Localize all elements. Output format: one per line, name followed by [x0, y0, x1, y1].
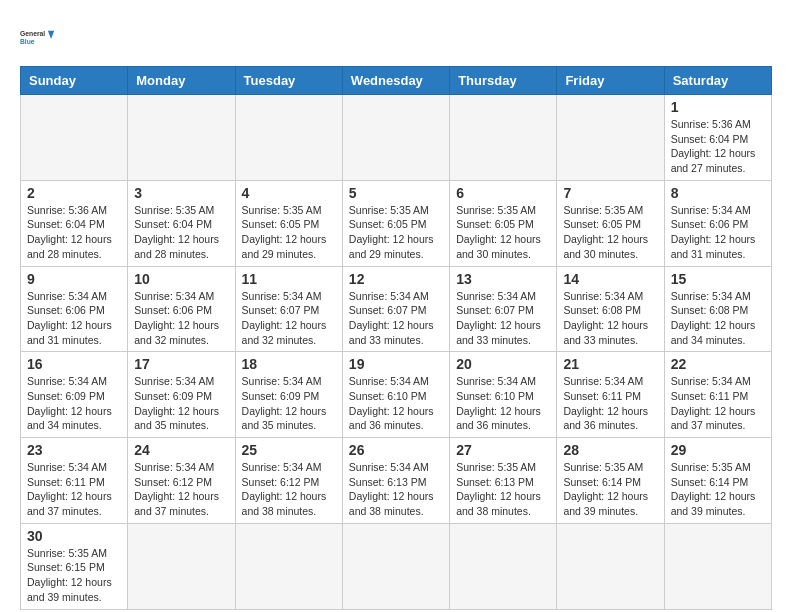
day-number: 28	[563, 442, 657, 458]
calendar-cell: 6Sunrise: 5:35 AM Sunset: 6:05 PM Daylig…	[450, 180, 557, 266]
calendar-cell: 11Sunrise: 5:34 AM Sunset: 6:07 PM Dayli…	[235, 266, 342, 352]
logo: GeneralBlue	[20, 20, 56, 56]
day-info: Sunrise: 5:34 AM Sunset: 6:08 PM Dayligh…	[563, 289, 657, 348]
calendar-cell: 17Sunrise: 5:34 AM Sunset: 6:09 PM Dayli…	[128, 352, 235, 438]
calendar-cell	[235, 95, 342, 181]
weekday-header-tuesday: Tuesday	[235, 67, 342, 95]
calendar-week-row: 1Sunrise: 5:36 AM Sunset: 6:04 PM Daylig…	[21, 95, 772, 181]
calendar-cell: 16Sunrise: 5:34 AM Sunset: 6:09 PM Dayli…	[21, 352, 128, 438]
weekday-header-monday: Monday	[128, 67, 235, 95]
calendar-cell: 18Sunrise: 5:34 AM Sunset: 6:09 PM Dayli…	[235, 352, 342, 438]
calendar-cell: 30Sunrise: 5:35 AM Sunset: 6:15 PM Dayli…	[21, 523, 128, 609]
calendar-cell: 15Sunrise: 5:34 AM Sunset: 6:08 PM Dayli…	[664, 266, 771, 352]
calendar-cell	[128, 523, 235, 609]
calendar-cell: 3Sunrise: 5:35 AM Sunset: 6:04 PM Daylig…	[128, 180, 235, 266]
day-number: 8	[671, 185, 765, 201]
day-number: 25	[242, 442, 336, 458]
day-info: Sunrise: 5:35 AM Sunset: 6:15 PM Dayligh…	[27, 546, 121, 605]
calendar-cell: 22Sunrise: 5:34 AM Sunset: 6:11 PM Dayli…	[664, 352, 771, 438]
calendar-cell: 20Sunrise: 5:34 AM Sunset: 6:10 PM Dayli…	[450, 352, 557, 438]
generalblue-logo-icon: GeneralBlue	[20, 20, 56, 56]
calendar-cell: 5Sunrise: 5:35 AM Sunset: 6:05 PM Daylig…	[342, 180, 449, 266]
calendar-cell: 27Sunrise: 5:35 AM Sunset: 6:13 PM Dayli…	[450, 438, 557, 524]
day-number: 21	[563, 356, 657, 372]
day-number: 5	[349, 185, 443, 201]
day-info: Sunrise: 5:35 AM Sunset: 6:04 PM Dayligh…	[134, 203, 228, 262]
day-info: Sunrise: 5:34 AM Sunset: 6:12 PM Dayligh…	[134, 460, 228, 519]
svg-text:General: General	[20, 30, 45, 37]
calendar-cell	[128, 95, 235, 181]
day-number: 7	[563, 185, 657, 201]
weekday-header-saturday: Saturday	[664, 67, 771, 95]
day-number: 12	[349, 271, 443, 287]
day-info: Sunrise: 5:35 AM Sunset: 6:13 PM Dayligh…	[456, 460, 550, 519]
calendar-cell: 24Sunrise: 5:34 AM Sunset: 6:12 PM Dayli…	[128, 438, 235, 524]
day-number: 13	[456, 271, 550, 287]
day-number: 30	[27, 528, 121, 544]
calendar-cell: 13Sunrise: 5:34 AM Sunset: 6:07 PM Dayli…	[450, 266, 557, 352]
day-info: Sunrise: 5:34 AM Sunset: 6:11 PM Dayligh…	[563, 374, 657, 433]
day-number: 1	[671, 99, 765, 115]
weekday-header-sunday: Sunday	[21, 67, 128, 95]
svg-marker-2	[48, 31, 54, 39]
calendar-cell	[342, 95, 449, 181]
calendar-cell: 19Sunrise: 5:34 AM Sunset: 6:10 PM Dayli…	[342, 352, 449, 438]
calendar-week-row: 23Sunrise: 5:34 AM Sunset: 6:11 PM Dayli…	[21, 438, 772, 524]
day-info: Sunrise: 5:34 AM Sunset: 6:09 PM Dayligh…	[242, 374, 336, 433]
calendar-cell	[450, 523, 557, 609]
day-info: Sunrise: 5:35 AM Sunset: 6:05 PM Dayligh…	[349, 203, 443, 262]
day-info: Sunrise: 5:34 AM Sunset: 6:08 PM Dayligh…	[671, 289, 765, 348]
day-number: 3	[134, 185, 228, 201]
day-info: Sunrise: 5:35 AM Sunset: 6:05 PM Dayligh…	[456, 203, 550, 262]
day-number: 26	[349, 442, 443, 458]
calendar-cell: 9Sunrise: 5:34 AM Sunset: 6:06 PM Daylig…	[21, 266, 128, 352]
calendar-cell: 1Sunrise: 5:36 AM Sunset: 6:04 PM Daylig…	[664, 95, 771, 181]
weekday-header-wednesday: Wednesday	[342, 67, 449, 95]
weekday-header-row: SundayMondayTuesdayWednesdayThursdayFrid…	[21, 67, 772, 95]
calendar-cell	[21, 95, 128, 181]
calendar-cell	[450, 95, 557, 181]
day-info: Sunrise: 5:34 AM Sunset: 6:09 PM Dayligh…	[134, 374, 228, 433]
day-number: 18	[242, 356, 336, 372]
calendar-cell: 26Sunrise: 5:34 AM Sunset: 6:13 PM Dayli…	[342, 438, 449, 524]
calendar-cell	[664, 523, 771, 609]
day-number: 23	[27, 442, 121, 458]
calendar-cell: 12Sunrise: 5:34 AM Sunset: 6:07 PM Dayli…	[342, 266, 449, 352]
calendar-cell: 2Sunrise: 5:36 AM Sunset: 6:04 PM Daylig…	[21, 180, 128, 266]
day-info: Sunrise: 5:34 AM Sunset: 6:09 PM Dayligh…	[27, 374, 121, 433]
day-info: Sunrise: 5:34 AM Sunset: 6:11 PM Dayligh…	[27, 460, 121, 519]
svg-text:Blue: Blue	[20, 38, 35, 45]
day-info: Sunrise: 5:36 AM Sunset: 6:04 PM Dayligh…	[671, 117, 765, 176]
day-info: Sunrise: 5:34 AM Sunset: 6:10 PM Dayligh…	[456, 374, 550, 433]
day-info: Sunrise: 5:34 AM Sunset: 6:07 PM Dayligh…	[349, 289, 443, 348]
day-number: 17	[134, 356, 228, 372]
day-info: Sunrise: 5:34 AM Sunset: 6:06 PM Dayligh…	[671, 203, 765, 262]
day-info: Sunrise: 5:35 AM Sunset: 6:05 PM Dayligh…	[563, 203, 657, 262]
calendar-week-row: 16Sunrise: 5:34 AM Sunset: 6:09 PM Dayli…	[21, 352, 772, 438]
day-number: 15	[671, 271, 765, 287]
day-number: 19	[349, 356, 443, 372]
calendar-cell	[235, 523, 342, 609]
calendar-cell: 23Sunrise: 5:34 AM Sunset: 6:11 PM Dayli…	[21, 438, 128, 524]
day-number: 9	[27, 271, 121, 287]
calendar-cell: 7Sunrise: 5:35 AM Sunset: 6:05 PM Daylig…	[557, 180, 664, 266]
weekday-header-friday: Friday	[557, 67, 664, 95]
day-info: Sunrise: 5:34 AM Sunset: 6:06 PM Dayligh…	[27, 289, 121, 348]
day-number: 16	[27, 356, 121, 372]
calendar-cell: 10Sunrise: 5:34 AM Sunset: 6:06 PM Dayli…	[128, 266, 235, 352]
day-number: 24	[134, 442, 228, 458]
calendar-cell: 28Sunrise: 5:35 AM Sunset: 6:14 PM Dayli…	[557, 438, 664, 524]
header: GeneralBlue	[20, 20, 772, 56]
calendar-cell	[557, 95, 664, 181]
calendar-cell: 14Sunrise: 5:34 AM Sunset: 6:08 PM Dayli…	[557, 266, 664, 352]
calendar-week-row: 2Sunrise: 5:36 AM Sunset: 6:04 PM Daylig…	[21, 180, 772, 266]
day-number: 10	[134, 271, 228, 287]
day-info: Sunrise: 5:34 AM Sunset: 6:10 PM Dayligh…	[349, 374, 443, 433]
day-number: 6	[456, 185, 550, 201]
calendar-cell: 25Sunrise: 5:34 AM Sunset: 6:12 PM Dayli…	[235, 438, 342, 524]
day-number: 27	[456, 442, 550, 458]
day-number: 29	[671, 442, 765, 458]
weekday-header-thursday: Thursday	[450, 67, 557, 95]
day-info: Sunrise: 5:34 AM Sunset: 6:07 PM Dayligh…	[242, 289, 336, 348]
day-info: Sunrise: 5:34 AM Sunset: 6:13 PM Dayligh…	[349, 460, 443, 519]
